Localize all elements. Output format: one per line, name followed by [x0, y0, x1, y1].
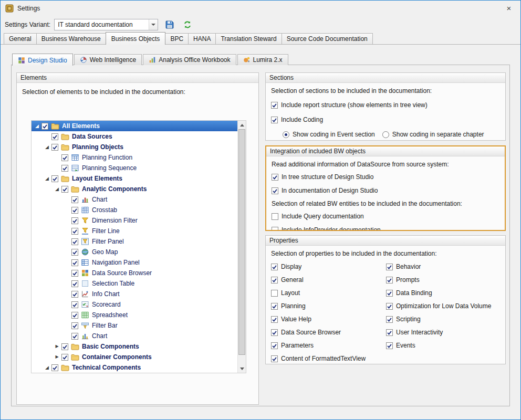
checkbox-optimization-for-low-data-volume[interactable]: Optimization for Low Data Volume	[386, 302, 491, 310]
scroll-up-button[interactable]	[238, 121, 246, 129]
tab-translation-steward[interactable]: Translation Steward	[215, 33, 282, 44]
checkbox-box[interactable]	[61, 165, 68, 172]
checkbox-box[interactable]	[71, 217, 78, 224]
checkbox-data-source-browser[interactable]: Data Source Browser	[271, 328, 386, 337]
subtab-analysis-office-workbook[interactable]: Analysis Office Workbook	[143, 54, 236, 65]
checkbox-prompts[interactable]: Prompts	[386, 276, 491, 284]
expand-expander-icon[interactable]: ▶	[53, 341, 61, 352]
chevron-down-icon[interactable]	[149, 19, 158, 30]
checkbox-scripting[interactable]: Scripting	[386, 315, 491, 323]
tree-item-filter-bar[interactable]: Filter Bar	[32, 320, 237, 331]
tree-item-technical-components[interactable]: ◢Technical Components	[32, 362, 237, 373]
checkbox-parameters[interactable]: Parameters	[271, 341, 386, 350]
tree-item-navigation-panel[interactable]: Navigation Panel	[32, 257, 237, 268]
expand-expander-icon[interactable]: ▶	[53, 352, 61, 362]
collapse-expander-icon[interactable]: ◢	[43, 173, 51, 184]
checkbox-events[interactable]: Events	[386, 341, 491, 350]
tree-item-basic-components[interactable]: ▶Basic Components	[32, 341, 237, 352]
checkbox-box[interactable]	[71, 228, 78, 235]
tree-item-filter-panel[interactable]: Filter Panel	[32, 236, 237, 247]
tree-scrollbar[interactable]	[237, 121, 246, 373]
checkbox-data-binding[interactable]: Data Binding	[386, 289, 491, 297]
tree-item-planning-objects[interactable]: ◢Planning Objects	[32, 142, 237, 152]
checkbox-box[interactable]	[71, 322, 78, 329]
checkbox-box[interactable]	[51, 364, 58, 371]
tab-bpc[interactable]: BPC	[165, 33, 189, 44]
subtab-lumira-2-x[interactable]: Lumira 2.x	[237, 54, 288, 65]
checkbox-box[interactable]	[71, 291, 78, 298]
tab-source-code-documentation[interactable]: Source Code Documentation	[282, 33, 373, 44]
tab-business-warehouse[interactable]: Business Warehouse	[36, 33, 106, 44]
tree-item-data-source-browser[interactable]: Data Source Browser	[32, 268, 237, 278]
collapse-expander-icon[interactable]: ◢	[33, 121, 41, 131]
checkbox-box[interactable]	[61, 186, 68, 193]
tree-item-data-sources[interactable]: Data Sources	[32, 131, 237, 142]
close-button[interactable]: ×	[497, 1, 520, 16]
checkbox-box[interactable]	[51, 144, 58, 151]
checkbox-box[interactable]	[71, 196, 78, 203]
checkbox-box[interactable]	[71, 270, 78, 277]
checkbox-behavior[interactable]: Behavior	[386, 262, 491, 271]
refresh-button[interactable]	[181, 18, 194, 31]
checkbox-box[interactable]	[71, 333, 78, 340]
tree-item-spreadsheet[interactable]: Spreadsheet	[32, 310, 237, 320]
subtab-web-intelligence[interactable]: Web Intelligence	[74, 54, 142, 65]
tree-item-container-components[interactable]: ▶Container Components	[32, 352, 237, 362]
checkbox-box[interactable]	[71, 249, 78, 256]
collapse-expander-icon[interactable]: ◢	[53, 184, 61, 194]
tree-item-info-chart[interactable]: Info Chart	[32, 289, 237, 299]
checkbox-display[interactable]: Display	[271, 262, 386, 271]
tree-item-geo-map[interactable]: Geo Map	[32, 247, 237, 257]
checkbox-planning[interactable]: Planning	[271, 302, 386, 310]
tree-item-analytic-components[interactable]: ◢Analytic Components	[32, 184, 237, 194]
checkbox-include-infoprovider-documentation[interactable]: Include InfoProvider documentation	[272, 226, 499, 231]
checkbox-layout[interactable]: Layout	[271, 289, 386, 297]
checkbox-include-coding[interactable]: Include Coding	[271, 116, 500, 124]
tree-item-all-elements[interactable]: ◢All Elements	[32, 121, 237, 131]
tree-item-dimension-filter[interactable]: Dimension Filter	[32, 215, 237, 226]
subtab-design-studio[interactable]: Design Studio	[12, 54, 73, 66]
tree-item-layout-elements[interactable]: ◢Layout Elements	[32, 173, 237, 184]
settings-variant-select[interactable]: IT standard documentation	[54, 19, 158, 30]
checkbox-in-documentation-of-design-studio[interactable]: In documentation of Design Studio	[272, 186, 499, 195]
checkbox-box[interactable]	[61, 343, 68, 350]
tab-general[interactable]: General	[4, 33, 37, 44]
checkbox-in-tree-structure-of-design-studio[interactable]: In tree structure of Design Studio	[272, 173, 499, 181]
tree-item-selection-table[interactable]: Selection Table	[32, 278, 237, 289]
tree-item-planning-sequence[interactable]: Planning Sequence	[32, 163, 237, 173]
tree-item-scorecard[interactable]: Scorecard	[32, 299, 237, 310]
checkbox-box[interactable]	[71, 259, 78, 266]
checkbox-user-interactivity[interactable]: User Interactivity	[386, 328, 491, 337]
collapse-expander-icon[interactable]: ◢	[43, 362, 51, 373]
checkbox-box[interactable]	[61, 354, 68, 361]
tree-item-planning-function[interactable]: Planning Function	[32, 152, 237, 163]
checkbox-box	[386, 329, 393, 336]
checkbox-include-report-structure-show-elements-in-tree-view[interactable]: Include report structure (show elements …	[271, 101, 500, 109]
checkbox-general[interactable]: General	[271, 276, 386, 284]
checkbox-box[interactable]	[71, 280, 78, 287]
checkbox-box[interactable]	[71, 207, 78, 214]
tab-business-objects[interactable]: Business Objects	[106, 32, 166, 45]
checkbox-box[interactable]	[71, 238, 78, 245]
tree-item-chart[interactable]: Chart	[32, 331, 237, 341]
checkbox-box[interactable]	[51, 133, 58, 140]
scrollbar-thumb[interactable]	[238, 129, 245, 355]
collapse-expander-icon[interactable]: ◢	[43, 142, 51, 152]
nav-panel-icon	[81, 258, 89, 267]
radio-show-coding-in-separate-chapter[interactable]: Show coding in separate chapter	[382, 130, 484, 139]
radio-show-coding-in-event-section[interactable]: Show coding in Event section	[283, 130, 375, 139]
checkbox-content-of-formattedtextview[interactable]: Content of FormattedTextView	[271, 354, 386, 363]
checkbox-box[interactable]	[41, 123, 48, 130]
save-button[interactable]	[163, 18, 176, 31]
checkbox-box[interactable]	[71, 301, 78, 308]
tree-item-filter-line[interactable]: Filter Line	[32, 226, 237, 236]
tree-item-chart[interactable]: Chart	[32, 194, 237, 205]
checkbox-value-help[interactable]: Value Help	[271, 315, 386, 323]
tree-item-crosstab[interactable]: Crosstab	[32, 205, 237, 215]
tab-hana[interactable]: HANA	[188, 33, 216, 44]
checkbox-box[interactable]	[71, 312, 78, 319]
checkbox-box[interactable]	[61, 154, 68, 161]
scroll-down-button[interactable]	[238, 364, 246, 373]
checkbox-box[interactable]	[51, 175, 58, 182]
checkbox-include-query-documentation[interactable]: Include Query documentation	[272, 212, 499, 220]
